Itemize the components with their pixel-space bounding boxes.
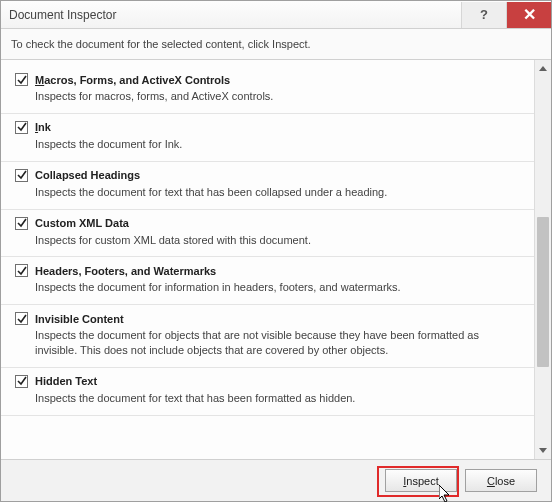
scroll-thumb[interactable] xyxy=(537,217,549,367)
item-description: Inspects the document for Ink. xyxy=(35,137,520,152)
item-title-text: Invisible Content xyxy=(35,313,124,325)
item-title: Custom XML Data xyxy=(35,217,129,229)
item-checkbox[interactable] xyxy=(15,312,28,325)
item-title-accel: M xyxy=(35,74,44,86)
close-button[interactable]: Close xyxy=(465,469,537,492)
item-checkbox[interactable] xyxy=(15,121,28,134)
item-title: Macros, Forms, and ActiveX Controls xyxy=(35,74,230,86)
item-description: Inspects for custom XML data stored with… xyxy=(35,233,520,248)
inspection-item: Hidden Text Inspects the document for te… xyxy=(1,368,534,416)
cursor-icon xyxy=(439,485,453,502)
titlebar: Document Inspector ? ✕ xyxy=(1,1,551,29)
item-description: Inspects for macros, forms, and ActiveX … xyxy=(35,89,520,104)
item-checkbox[interactable] xyxy=(15,217,28,230)
scrollbar-vertical[interactable] xyxy=(534,60,551,459)
titlebar-title: Document Inspector xyxy=(9,8,461,22)
item-checkbox[interactable] xyxy=(15,375,28,388)
inspection-item: Collapsed Headings Inspects the document… xyxy=(1,162,534,210)
item-title: Headers, Footers, and Watermarks xyxy=(35,265,216,277)
item-title-text: Collapsed Headings xyxy=(35,169,140,181)
item-title-rest: nk xyxy=(38,121,51,133)
item-description: Inspects the document for information in… xyxy=(35,280,520,295)
footer: Inspect Close xyxy=(1,459,551,501)
scroll-up-button[interactable] xyxy=(535,60,551,77)
item-description: Inspects the document for text that has … xyxy=(35,185,520,200)
item-title-rest: acros, Forms, and ActiveX Controls xyxy=(44,74,230,86)
item-checkbox[interactable] xyxy=(15,264,28,277)
help-button[interactable]: ? xyxy=(461,2,506,28)
item-title-text: Hidden Text xyxy=(35,375,97,387)
inspection-item: Custom XML Data Inspects for custom XML … xyxy=(1,210,534,258)
item-title: Ink xyxy=(35,121,51,133)
scroll-down-button[interactable] xyxy=(535,442,551,459)
inspection-item: Headers, Footers, and Watermarks Inspect… xyxy=(1,257,534,305)
inspection-list: Macros, Forms, and ActiveX Controls Insp… xyxy=(1,60,534,459)
inspection-item: Invisible Content Inspects the document … xyxy=(1,305,534,368)
item-title: Invisible Content xyxy=(35,313,124,325)
inspection-item: Ink Inspects the document for Ink. xyxy=(1,114,534,162)
item-checkbox[interactable] xyxy=(15,169,28,182)
item-title: Collapsed Headings xyxy=(35,169,140,181)
document-inspector-dialog: Document Inspector ? ✕ To check the docu… xyxy=(0,0,552,502)
instruction-text: To check the document for the selected c… xyxy=(1,29,551,59)
item-checkbox[interactable] xyxy=(15,73,28,86)
inspection-item: Macros, Forms, and ActiveX Controls Insp… xyxy=(1,66,534,114)
item-description: Inspects the document for text that has … xyxy=(35,391,520,406)
item-title: Hidden Text xyxy=(35,375,97,387)
item-title-text: Custom XML Data xyxy=(35,217,129,229)
item-title-text: Headers, Footers, and Watermarks xyxy=(35,265,216,277)
content-area: Macros, Forms, and ActiveX Controls Insp… xyxy=(1,59,551,459)
scroll-track[interactable] xyxy=(535,77,551,442)
window-close-button[interactable]: ✕ xyxy=(506,2,551,28)
item-description: Inspects the document for objects that a… xyxy=(35,328,520,358)
